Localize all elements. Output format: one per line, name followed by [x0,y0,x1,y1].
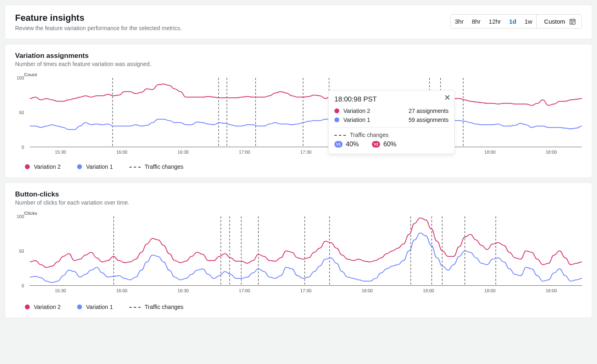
y-tick: 100 [17,214,24,219]
x-tick: 16:00 [116,150,128,154]
legend-item: Variation 1 [77,163,113,170]
chart-panel-clicks: Button-clicks Number of clicks for each … [5,183,592,318]
x-tick: 18:00 [484,150,496,154]
y-axis-label: Count [24,72,582,77]
tooltip-divider [334,127,449,128]
y-axis: 050100 [15,216,24,286]
legend-item: Variation 2 [25,163,61,170]
y-tick: 50 [19,110,24,115]
plot-surface [30,216,582,286]
tooltip-traffic-values: V140% V260% [334,141,449,148]
chart-area-assignments[interactable]: 050100 15:3016:0016:3017:0017:3018:0018:… [25,78,582,158]
y-tick: 100 [17,75,24,80]
x-tick: 16:30 [177,150,189,154]
x-tick: 18:00 [423,288,434,293]
dot-icon [334,108,339,113]
chart-subtitle: Number of times each feature variation w… [15,61,582,67]
range-1w[interactable]: 1w [520,15,536,28]
custom-label: Custom [544,18,565,25]
dot-icon [334,117,339,122]
x-tick: 16:00 [116,288,128,293]
y-axis-label: Clicks [24,211,582,216]
legend-item: Traffic changes [129,163,184,170]
tooltip-row: Variation 1 59 assignments [334,117,449,123]
dot-icon [25,164,30,169]
plot-surface [30,78,582,147]
page-subtitle: Review the feature variation performance… [15,25,182,31]
dot-icon [77,304,82,309]
tooltip-value: 59 assignments [409,117,449,123]
x-tick: 18:00 [484,288,496,293]
dash-icon [129,164,141,170]
x-tick: 17:00 [239,288,250,293]
dash-icon [129,304,141,310]
header-panel: Feature insights Review the feature vari… [5,5,592,39]
legend-item: Variation 2 [25,304,61,310]
svg-rect-8 [572,23,573,24]
chart-area-clicks[interactable]: 050100 15:3016:0016:3017:0017:3018:0018:… [25,216,582,298]
x-tick: 17:30 [300,150,312,154]
tooltip-label: Variation 1 [343,117,370,123]
header-text-block: Feature insights Review the feature vari… [15,13,182,31]
dot-icon [25,304,30,309]
svg-rect-6 [573,22,574,22]
x-tick: 18:00 [546,288,557,293]
legend-item: Variation 1 [77,304,113,310]
tooltip-traffic-label: Traffic changes [334,132,449,138]
y-tick: 50 [19,249,24,254]
chart-legend: Variation 2 Variation 1 Traffic changes [5,300,592,318]
chart-title: Button-clicks [15,190,582,199]
chart-panel-assignments: Variation assignments Number of times ea… [5,44,592,178]
x-tick: 18:00 [362,288,373,293]
x-tick: 16:30 [177,288,189,293]
tooltip-time: 18:00:98 PST [334,95,449,104]
chart-tooltip: 18:00:98 PST Variation 2 27 assignments … [328,90,455,154]
x-tick: 15:30 [55,288,66,293]
dot-icon [77,164,82,169]
svg-rect-7 [571,23,572,24]
y-tick: 0 [22,145,24,150]
range-12hr[interactable]: 12hr [485,15,505,28]
svg-rect-4 [571,22,572,22]
calendar-icon [569,18,576,25]
pill-v1: V1 [334,141,343,148]
x-axis: 15:3016:0016:3017:0017:3018:0018:0018:00… [30,148,582,156]
page-title: Feature insights [15,13,182,23]
chart-title: Variation assignments [15,52,582,60]
svg-rect-5 [572,22,573,22]
x-tick: 17:00 [239,150,250,154]
range-1d[interactable]: 1d [505,15,521,28]
x-tick: 17:30 [300,288,312,293]
x-tick: 15:30 [55,150,66,154]
y-tick: 0 [22,283,24,288]
pill-v2: V2 [372,141,380,148]
chart-legend: Variation 2 Variation 1 Traffic changes [5,159,592,177]
range-8hr[interactable]: 8hr [468,15,485,28]
tooltip-value: 27 assignments [409,108,449,114]
x-axis: 15:3016:0016:3017:0017:3018:0018:0018:00… [30,287,582,295]
dash-icon [334,132,346,138]
close-icon[interactable] [444,95,450,102]
tooltip-label: Variation 2 [343,108,370,114]
x-tick: 18:00 [546,150,557,154]
range-custom-button[interactable]: Custom [537,15,582,28]
y-axis: 050100 [15,78,24,147]
legend-item: Traffic changes [129,304,184,310]
chart-subtitle: Number of clicks for each variation over… [15,199,582,206]
time-range-selector: 3hr 8hr 12hr 1d 1w Custom [450,14,582,29]
tooltip-row: Variation 2 27 assignments [334,108,449,114]
range-3hr[interactable]: 3hr [451,15,468,28]
